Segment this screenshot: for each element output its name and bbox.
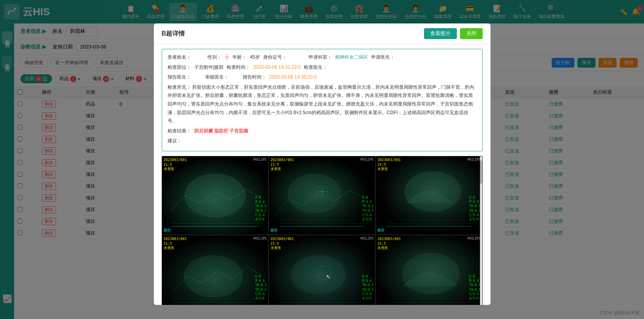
findings-text: 肝脏切面大小形态正常，肝实质回声光点细密，呈前场强，后场衰减，血管网显示欠清，肝… — [168, 84, 474, 124]
svg-point-17 — [291, 255, 346, 294]
us-bottom-3: 腹部 — [377, 228, 384, 233]
us-measure-5: D:0M:4.4TH:0.5TH:0.5C/S:44/5/6 — [362, 274, 373, 301]
review-doctor-label: 审核医生： — [205, 73, 229, 82]
us-label-2: 2023003/00121:5未查医 — [271, 158, 294, 172]
us-image-3: 2023003/00121:5未查医 PHILIPS 腹部 D:0M:4.4TH… — [376, 156, 482, 235]
us-measure-2: D:0M:4.4TH:0.5TH:0.5C/S:44/5/6 — [362, 195, 373, 222]
conclusion-label: 检查结果： — [168, 127, 191, 136]
exam-time-label: 检查时间： — [227, 63, 250, 72]
us-bottom-1: 腹部 — [164, 228, 171, 233]
svg-point-15 — [184, 255, 243, 297]
us-image-4: 2023003/00121:5未查医 PHILIPS 腹部 D:0M:4.4TH… — [162, 235, 268, 305]
us-label-3: 2023003/00121:5未查医 — [377, 158, 401, 172]
id-value — [290, 53, 305, 62]
us-brand-4: PHILIPS — [253, 237, 267, 240]
us-measure-4: D:0M:4.4TH:0.5TH:0.5C/S:44/5/6 — [255, 274, 267, 301]
modal-title: B超详情 — [162, 30, 185, 38]
review-doctor-value — [232, 73, 240, 82]
findings-label: 检查所见： — [168, 84, 191, 90]
us-brand-2: PHILIPS — [360, 158, 373, 161]
us-label-4: 2023003/00121:5未查医 — [164, 237, 187, 251]
bchao-modal: B超详情 查看图片 关闭 患者姓名： 性别： 女 年龄： 45岁 身份证号： — [154, 23, 491, 305]
us-bottom-2: 腹部 — [271, 228, 278, 233]
modal-body: 患者姓名： 性别： 女 年龄： 45岁 身份证号： 申请科室： 精神科女二病区 … — [154, 44, 491, 305]
report-info: 患者姓名： 性别： 女 年龄： 45岁 身份证号： 申请科室： 精神科女二病区 … — [162, 49, 483, 151]
exam-location-label: 检查部位： — [168, 63, 191, 72]
us-measure-3: D:0M:4.4TH:0.5TH:0.5C/S:44/5/6 — [469, 195, 481, 222]
us-label-1: 2023003/00121:5未查医 — [164, 158, 187, 172]
modal-close-btn[interactable]: 关闭 — [460, 28, 483, 39]
us-image-6: 2023003/00121:5未查医 PHILIPS 腹部 D:0M:4.4TH… — [376, 235, 482, 305]
age-label: 年龄： — [233, 53, 247, 62]
us-label-6: 2023003/00121:5未查医 — [377, 237, 401, 251]
request-doctor-label: 申请医生： — [371, 53, 395, 62]
us-image-5: 2023003/00121:5未查医 PHILIPS 腹部 D:0M:4.4TH… — [269, 235, 375, 305]
svg-point-12 — [404, 171, 461, 212]
exam-time-value: 2023-03-06 14:31:23.0 — [253, 63, 301, 72]
report-time-label: 报告时间： — [243, 73, 266, 82]
suggestion-label: 建议： — [168, 137, 182, 145]
scrollbar[interactable] — [480, 156, 482, 305]
us-image-1: 2023003/00121:5未查医 PHILIPS 腹部 D:0M:4.4TH… — [162, 156, 268, 235]
request-dept-label: 申请科室： — [308, 53, 332, 62]
report-doctor-value — [194, 73, 202, 82]
gender-label: 性别： — [207, 53, 222, 62]
modal-overlay[interactable]: B超详情 查看图片 关闭 患者姓名： 性别： 女 年龄： 45岁 身份证号： — [0, 0, 644, 319]
scrollbar-thumb[interactable] — [480, 160, 482, 184]
request-dept-value: 精神科女二病区 — [335, 53, 368, 62]
us-label-5: 2023003/00121:5未查医 — [271, 237, 294, 251]
report-doctor-label: 报告医生： — [168, 73, 191, 82]
view-image-btn[interactable]: 查看图片 — [424, 28, 457, 39]
age-value: 45岁 — [250, 53, 260, 62]
us-brand-3: PHILIPS — [467, 158, 481, 161]
gender-value: 女 — [225, 53, 229, 62]
exam-location-value: 子宫附件|腹部 — [194, 63, 224, 72]
conclusion-value: 胆后胆囊 脂肪肝 子宫肌瘤 — [194, 127, 249, 136]
us-brand-1: PHILIPS — [253, 158, 267, 161]
svg-point-7 — [288, 174, 341, 213]
us-brand-6: PHILIPS — [467, 237, 481, 240]
exam-doctor-label: 检查医生： — [304, 63, 327, 72]
ultrasound-images: 2023003/00121:5未查医 PHILIPS 腹部 D:0M:4.4TH… — [162, 156, 483, 305]
patient-name-label: 患者姓名： — [168, 53, 191, 62]
us-brand-5: PHILIPS — [360, 237, 373, 240]
patient-name-value — [194, 53, 205, 62]
report-time-value: 2023-03-06 14:39:20.0 — [269, 73, 317, 82]
us-measure-6: D:0M:4.4TH:0.5TH:0.5C/S:44/5/6 — [469, 274, 481, 301]
us-image-grid: 2023003/00121:5未查医 PHILIPS 腹部 D:0M:4.4TH… — [162, 156, 482, 305]
modal-header: B超详情 查看图片 关闭 — [154, 23, 491, 44]
us-measure-1: D:0M:4.4TH:0.5TH:0.5C/S:44/5/6 — [255, 195, 267, 222]
us-image-2: 2023003/00121:5未查医 PHILIPS 腹部 D:0M:4.4TH… — [269, 156, 375, 235]
id-label: 身份证号： — [263, 53, 287, 62]
modal-actions: 查看图片 关闭 — [424, 28, 483, 39]
